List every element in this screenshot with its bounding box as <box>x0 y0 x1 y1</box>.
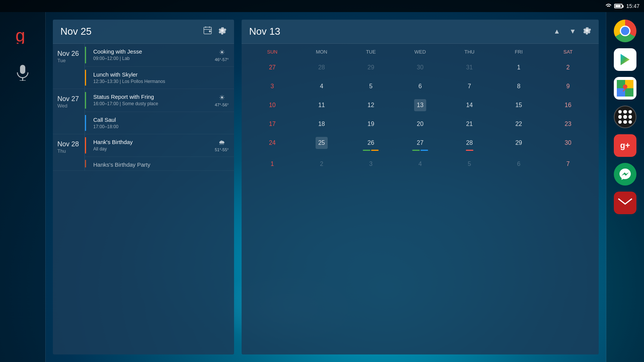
cal-day-19[interactable]: 19 <box>365 118 377 130</box>
cal-day-16[interactable]: 16 <box>562 99 574 111</box>
cal-day-next5[interactable]: 5 <box>464 158 476 170</box>
cal-header-thu: THU <box>445 48 494 56</box>
cal-day-17[interactable]: 17 <box>266 118 278 130</box>
cal-cell: 17 <box>248 116 297 132</box>
cal-day-11[interactable]: 11 <box>316 99 328 111</box>
hangouts-app-icon[interactable] <box>614 163 636 186</box>
cal-day-9[interactable]: 9 <box>562 80 574 92</box>
svg-marker-8 <box>617 88 625 97</box>
cal-day-2[interactable]: 2 <box>562 61 574 74</box>
svg-marker-4 <box>621 54 630 65</box>
event-detail-cooking: 09:00–12:00 | Lab <box>93 56 212 61</box>
cal-day-31[interactable]: 31 <box>464 61 476 74</box>
cal-day-15[interactable]: 15 <box>513 99 525 111</box>
cal-day-next4[interactable]: 4 <box>414 158 426 170</box>
event-color-bar <box>85 70 86 86</box>
cal-cell: 29 <box>494 135 544 153</box>
cal-day-21[interactable]: 21 <box>464 118 476 130</box>
agenda-add-icon[interactable] <box>203 26 212 37</box>
cal-day-6[interactable]: 6 <box>414 80 426 92</box>
cal-day-28[interactable]: 28 <box>464 137 476 149</box>
cal-day-next3[interactable]: 3 <box>365 158 377 170</box>
cal-cell: 6 <box>396 78 445 95</box>
cal-cell: 4 <box>396 156 445 172</box>
event-dots-27 <box>397 150 444 151</box>
cal-day-29[interactable]: 29 <box>365 61 377 74</box>
day-num-nov27: Nov 27 <box>57 95 80 103</box>
microphone-icon[interactable] <box>15 65 30 80</box>
cal-cell: 27 <box>396 135 445 153</box>
cal-day-30[interactable]: 30 <box>562 137 574 149</box>
cal-day-next6[interactable]: 6 <box>513 158 525 170</box>
cal-day-next1[interactable]: 1 <box>266 158 278 170</box>
agenda-title: Nov 25 <box>60 26 91 37</box>
event-status-fring[interactable]: Status Report with Fring 16:00–17:00 | S… <box>85 89 234 112</box>
cal-day-3[interactable]: 3 <box>266 80 278 92</box>
calendar-header-row: SUN MON TUE WED THU FRI SAT <box>248 48 593 56</box>
calendar-prev-button[interactable]: ▲ <box>551 27 562 36</box>
cal-day-next2[interactable]: 2 <box>316 158 328 170</box>
event-lunch-skyler[interactable]: Lunch with Skyler 12:30–13:30 | Los Poll… <box>85 67 234 89</box>
day-label-nov27: Nov 27 Wed <box>53 89 85 134</box>
events-nov27: Status Report with Fring 16:00–17:00 | S… <box>85 89 234 134</box>
google-g-icon[interactable]: g <box>11 23 34 46</box>
cal-day-next7[interactable]: 7 <box>562 158 574 170</box>
cal-cell: 2 <box>297 156 347 172</box>
gplus-label: g+ <box>620 141 630 150</box>
weather-temp-bday: 51°-55° <box>215 147 229 152</box>
event-dot <box>412 150 420 151</box>
playstore-app-icon[interactable] <box>614 48 636 71</box>
cal-day-23[interactable]: 23 <box>562 118 574 130</box>
cal-day-5[interactable]: 5 <box>365 80 377 92</box>
cal-day-25[interactable]: 25 <box>316 137 328 149</box>
calendar-grid: SUN MON TUE WED THU FRI SAT 27 28 29 30 … <box>248 48 593 172</box>
cal-cell: 27 <box>248 59 297 76</box>
event-hanks-bday[interactable]: Hank's Birthday All day 🌧 51°-55° <box>85 134 234 157</box>
cal-day-29[interactable]: 29 <box>513 137 525 149</box>
cal-day-27[interactable]: 27 <box>414 137 426 149</box>
app-drawer-icon[interactable] <box>614 106 636 128</box>
cal-day-12[interactable]: 12 <box>365 99 377 111</box>
event-weather-cooking: ☀ 46°-57° <box>215 48 229 62</box>
cal-cell: 22 <box>494 116 544 132</box>
cal-day-24[interactable]: 24 <box>266 137 278 149</box>
gplus-app-icon[interactable]: g+ <box>614 134 636 157</box>
cal-cell: 24 <box>248 135 297 153</box>
cal-header-sat: SAT <box>543 48 593 56</box>
wifi-icon <box>605 3 612 9</box>
gmail-app-icon[interactable] <box>614 192 636 214</box>
svg-rect-11 <box>618 197 633 209</box>
cal-day-18[interactable]: 18 <box>316 118 328 130</box>
event-cooking-jesse[interactable]: Cooking with Jesse 09:00–12:00 | Lab ☀ 4… <box>85 44 234 67</box>
cal-day-14[interactable]: 14 <box>464 99 476 111</box>
battery-icon <box>614 4 622 8</box>
cal-day-22[interactable]: 22 <box>513 118 525 130</box>
cal-cell: 9 <box>543 78 593 95</box>
cal-day-1[interactable]: 1 <box>513 61 525 74</box>
cal-day-13[interactable]: 13 <box>414 99 426 111</box>
cal-day-26[interactable]: 26 <box>365 137 377 149</box>
event-color-bar <box>85 137 86 153</box>
day-label-nov26: Nov 26 Tue <box>53 44 85 89</box>
cal-week-4: 17 18 19 20 21 22 23 <box>248 116 593 132</box>
chrome-app-icon[interactable] <box>614 20 636 42</box>
event-call-saul[interactable]: Call Saul 17:00–18:00 <box>85 112 234 134</box>
cal-day-30[interactable]: 30 <box>414 61 426 74</box>
cal-day-7[interactable]: 7 <box>464 80 476 92</box>
cal-day-20[interactable]: 20 <box>414 118 426 130</box>
cal-day-8[interactable]: 8 <box>513 80 525 92</box>
event-title-cooking: Cooking with Jesse <box>93 48 212 55</box>
event-bday-party[interactable]: Hanks's Birthday Party <box>85 157 234 170</box>
cal-day-28[interactable]: 28 <box>316 61 328 74</box>
calendar-next-button[interactable]: ▼ <box>567 27 578 36</box>
calendar-settings-icon[interactable] <box>583 26 591 37</box>
cal-week-6: 1 2 3 4 5 6 7 <box>248 156 593 172</box>
cal-day-27[interactable]: 27 <box>266 61 278 74</box>
cal-day-4[interactable]: 4 <box>316 80 328 92</box>
agenda-settings-icon[interactable] <box>218 26 226 37</box>
cal-cell: 26 <box>346 135 396 153</box>
event-dot <box>371 150 379 151</box>
maps-app-icon[interactable] <box>614 77 636 100</box>
cal-day-10[interactable]: 10 <box>266 99 278 111</box>
event-dots-26 <box>348 150 394 151</box>
